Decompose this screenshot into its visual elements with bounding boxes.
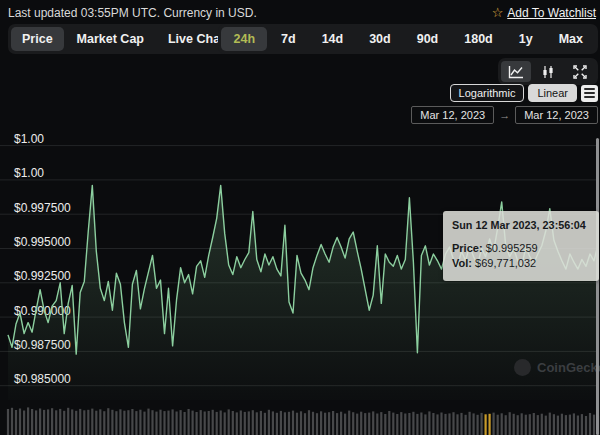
watermark-label: CoinGecko	[537, 360, 600, 375]
star-icon: ☆	[492, 5, 504, 20]
tooltip-price-label: Price:	[452, 242, 483, 254]
coingecko-logo-icon	[514, 359, 531, 376]
tooltip-price: Price: $0.995259	[452, 241, 590, 256]
tooltip-volume: Vol: $69,771,032	[452, 256, 590, 271]
add-to-watchlist-link[interactable]: ☆ Add To Watchlist	[492, 5, 596, 20]
range-tab-group: 24h 7d 14d 30d 90d 180d 1y Max	[218, 24, 598, 54]
hamburger-menu-icon[interactable]	[581, 85, 598, 102]
watchlist-label: Add To Watchlist	[507, 6, 596, 20]
linear-button[interactable]: Linear	[528, 84, 577, 102]
range-180d[interactable]: 180d	[452, 27, 505, 51]
tab-market-cap[interactable]: Market Cap	[66, 27, 155, 51]
range-max[interactable]: Max	[547, 27, 595, 51]
tooltip-price-value: $0.995259	[486, 242, 538, 254]
range-90d[interactable]: 90d	[405, 27, 451, 51]
line-chart-icon[interactable]	[501, 61, 531, 82]
coingecko-watermark: CoinGecko	[514, 359, 600, 376]
tooltip-vol-value: $69,771,032	[475, 257, 536, 269]
fullscreen-icon[interactable]	[565, 61, 595, 82]
vertical-scrollbar[interactable]	[596, 138, 599, 435]
scale-controls: Logarithmic Linear	[450, 84, 598, 102]
chart-type-group	[498, 58, 598, 85]
logarithmic-button[interactable]: Logarithmic	[450, 84, 525, 102]
range-30d[interactable]: 30d	[357, 27, 403, 51]
tooltip-vol-label: Vol:	[452, 257, 472, 269]
date-from-input[interactable]: Mar 12, 2023	[411, 106, 494, 124]
date-range-controls: Mar 12, 2023 → Mar 12, 2023	[411, 106, 598, 124]
range-24h[interactable]: 24h	[221, 27, 267, 51]
date-to-input[interactable]: Mar 12, 2023	[515, 106, 598, 124]
tooltip-datetime: Sun 12 Mar 2023, 23:56:04	[452, 219, 590, 231]
range-14d[interactable]: 14d	[310, 27, 356, 51]
price-chart[interactable]	[0, 128, 600, 435]
view-tab-group: Price Market Cap Live Chart	[8, 24, 243, 54]
candlestick-icon[interactable]	[533, 61, 563, 82]
arrow-right-icon: →	[499, 109, 510, 121]
last-updated-text: Last updated 03:55PM UTC. Currency in US…	[8, 6, 257, 20]
chart-tooltip: Sun 12 Mar 2023, 23:56:04 Price: $0.9952…	[443, 211, 599, 281]
range-1y[interactable]: 1y	[507, 27, 545, 51]
tab-price[interactable]: Price	[11, 27, 64, 51]
range-7d[interactable]: 7d	[269, 27, 308, 51]
